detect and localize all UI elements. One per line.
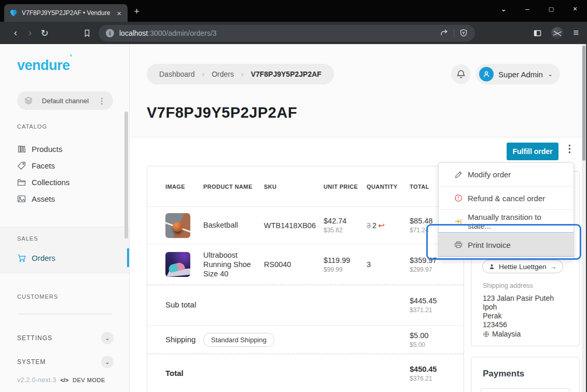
product-image-basketball[interactable] <box>165 213 190 238</box>
printer-icon <box>454 241 463 249</box>
payment-detail-box <box>481 388 570 392</box>
channel-selector[interactable]: Default channel ⋮ <box>17 91 113 110</box>
breadcrumb-dashboard[interactable]: Dashboard <box>159 70 195 78</box>
code-icon: </> <box>60 377 68 383</box>
window-minimize-button[interactable]: – <box>515 0 539 18</box>
quantity-new: 2 <box>372 221 376 230</box>
reload-button[interactable]: ↻ <box>37 27 52 39</box>
customer-link-button[interactable]: Hettie Luettgen → <box>482 260 563 273</box>
shipping-method-chip: Standard Shipping <box>203 333 274 347</box>
menu-item-refund-cancel[interactable]: Refund & cancel order <box>439 186 574 209</box>
tag-icon <box>17 161 26 170</box>
product-image-shoe[interactable] <box>165 252 190 277</box>
breadcrumb-orders[interactable]: Orders <box>212 70 234 78</box>
arrow-right-icon: → <box>550 263 557 271</box>
sidebar: vendure° Default channel ⋮ CATALOG Produ… <box>0 44 130 392</box>
url-bar[interactable]: i localhost:3000/admin/orders/3 <box>99 25 475 41</box>
user-name: Super Admin <box>498 70 543 79</box>
transition-arrow-icon <box>454 217 463 226</box>
url-text[interactable]: localhost:3000/admin/orders/3 <box>119 29 217 37</box>
url-path: :3000/admin/orders/3 <box>148 29 216 37</box>
tab-close-icon[interactable]: × <box>116 9 122 17</box>
tab-search-icon[interactable]: ⌄ <box>492 0 515 18</box>
page-scrollbar[interactable] <box>582 44 586 392</box>
globe-icon <box>483 331 490 338</box>
avatar <box>479 67 494 81</box>
sidebar-group-settings[interactable]: SETTINGS ⌄ <box>17 330 114 346</box>
window-maximize-button[interactable]: ▢ <box>539 0 563 18</box>
person-icon <box>488 263 495 270</box>
payments-title: Payments <box>483 369 524 379</box>
sidebar-item-facets[interactable]: Facets <box>0 157 130 174</box>
menu-item-transition-state[interactable]: Manually transition to state... <box>439 209 574 233</box>
brave-shield-icon[interactable] <box>459 29 468 37</box>
layers-icon <box>24 96 33 105</box>
section-label-catalog: CATALOG <box>17 123 47 130</box>
forward-button[interactable]: › <box>23 27 37 38</box>
bookmark-icon[interactable] <box>83 29 91 37</box>
sidebar-scrollbar[interactable] <box>124 111 128 239</box>
channel-kebab-icon[interactable]: ⋮ <box>98 97 106 105</box>
sidebar-item-collections[interactable]: Collections <box>0 174 130 190</box>
channel-label: Default channel <box>38 97 93 105</box>
user-menu-button[interactable]: Super Admin ⌄ <box>476 64 560 85</box>
chevron-down-icon[interactable]: ⌄ <box>101 356 114 368</box>
menu-item-modify-order[interactable]: Modify order <box>439 163 574 186</box>
table-header-row: IMAGE PRODUCT NAME SKU UNIT PRICE QUANTI… <box>147 166 464 207</box>
table-row: Basketball WTB1418XB06 $42.74 $35.62 3 2… <box>147 207 464 244</box>
subtotal-row: Sub total $445.45 $371.21 <box>147 285 464 326</box>
browser-menu-icon[interactable]: ≡ <box>573 27 579 38</box>
products-icon <box>17 145 26 153</box>
total-row: Total $450.45 $376.21 <box>147 354 464 392</box>
order-actions-kebab-icon[interactable]: ⋮ <box>565 144 575 153</box>
back-button[interactable]: ‹ <box>8 27 23 38</box>
dev-mode-label[interactable]: DEV MODE <box>73 377 105 383</box>
quantity-old: 3 <box>367 221 371 230</box>
table-row: Ultraboost Running Shoe Size 40 RS0040 $… <box>147 244 464 285</box>
url-host: localhost <box>119 29 148 37</box>
tab-title: V7F8PJ9Y5P2JP2AF • Vendure <box>22 9 111 17</box>
sidebar-item-products[interactable]: Products <box>0 141 130 157</box>
menu-item-print-invoice[interactable]: Print Invoice <box>439 233 574 256</box>
shipping-address: 123 Jalan Pasir Puteh Ipoh Perak 123456 … <box>483 294 554 339</box>
sidebar-group-system[interactable]: SYSTEM ⌄ <box>17 354 114 370</box>
section-label-sales: SALES <box>17 235 38 242</box>
chevron-down-icon[interactable]: ⌄ <box>101 332 114 344</box>
order-actions-menu: Modify order Refund & cancel order Manua… <box>438 162 574 260</box>
folder-icon <box>17 178 26 187</box>
vendure-logo[interactable]: vendure° <box>17 58 72 74</box>
vendure-favicon-icon <box>9 9 18 17</box>
shipping-address-label: Shipping address <box>483 282 533 289</box>
browser-profile-avatar[interactable] <box>551 27 564 39</box>
sidebar-toggle-icon[interactable] <box>533 29 542 37</box>
browser-tab[interactable]: V7F8PJ9Y5P2JP2AF • Vendure × <box>4 4 128 22</box>
share-icon[interactable] <box>440 29 449 37</box>
image-icon-assets[interactable]: Assets <box>0 190 130 207</box>
chevron-right-icon: › <box>202 70 205 78</box>
page-content: Fulfill order ⋮ IMAGE PRODUCT NAME SKU U… <box>130 137 587 392</box>
chevron-down-icon: ⌄ <box>548 71 553 78</box>
browser-window: V7F8PJ9Y5P2JP2AF • Vendure × + ⌄ – ▢ × ‹… <box>0 0 587 392</box>
payments-card: Payments <box>471 357 580 392</box>
site-info-icon[interactable]: i <box>106 29 114 37</box>
page-title: V7F8PJ9Y5P2JP2AF <box>147 104 297 121</box>
notifications-button[interactable] <box>451 64 471 84</box>
browser-toolbar: ‹ › ↻ i localhost:3000/admin/orders/3 <box>0 22 587 44</box>
quantity-modified-icon: ↩ <box>378 221 385 230</box>
browser-titlebar: V7F8PJ9Y5P2JP2AF • Vendure × + ⌄ – ▢ × <box>0 0 587 22</box>
scrollbar-thumb[interactable] <box>582 46 585 161</box>
window-close-button[interactable]: × <box>563 0 587 18</box>
chevron-right-icon: › <box>241 70 244 78</box>
sales-section: SALES Orders <box>0 227 129 273</box>
main-area: Dashboard › Orders › V7F8PJ9Y5P2JP2AF Su… <box>130 44 587 392</box>
app-version: v2.2.0-next.3 <box>17 376 56 384</box>
sidebar-item-orders[interactable]: Orders <box>0 248 129 267</box>
breadcrumb: Dashboard › Orders › V7F8PJ9Y5P2JP2AF <box>147 64 334 85</box>
fulfill-order-button[interactable]: Fulfill order <box>507 143 558 160</box>
section-label-customers: CUSTOMERS <box>17 293 58 300</box>
page-header: Dashboard › Orders › V7F8PJ9Y5P2JP2AF Su… <box>130 44 587 137</box>
image-icon <box>17 194 26 203</box>
order-lines-card: IMAGE PRODUCT NAME SKU UNIT PRICE QUANTI… <box>147 166 464 392</box>
new-tab-button[interactable]: + <box>134 6 139 17</box>
sidebar-divider <box>17 314 113 314</box>
